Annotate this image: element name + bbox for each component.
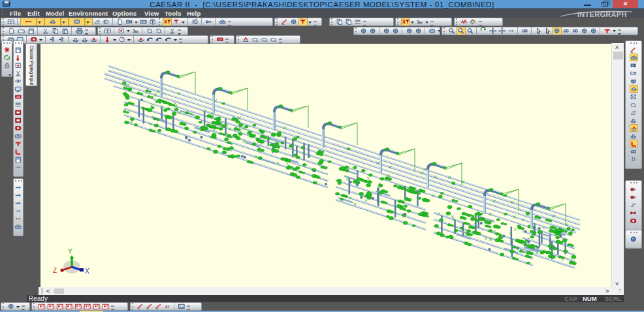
svg-text:113: 113 (16, 95, 20, 98)
svg-text:Z: Z (53, 267, 57, 274)
svg-text:INTERGRAPH: INTERGRAPH (577, 10, 627, 18)
svg-text:D: D (631, 157, 636, 163)
svg-text:113: 113 (218, 39, 222, 41)
svg-text:X: X (85, 268, 89, 275)
svg-text:Y: Y (68, 248, 72, 255)
svg-text:I: I (168, 304, 169, 309)
svg-text:a: a (165, 304, 168, 309)
